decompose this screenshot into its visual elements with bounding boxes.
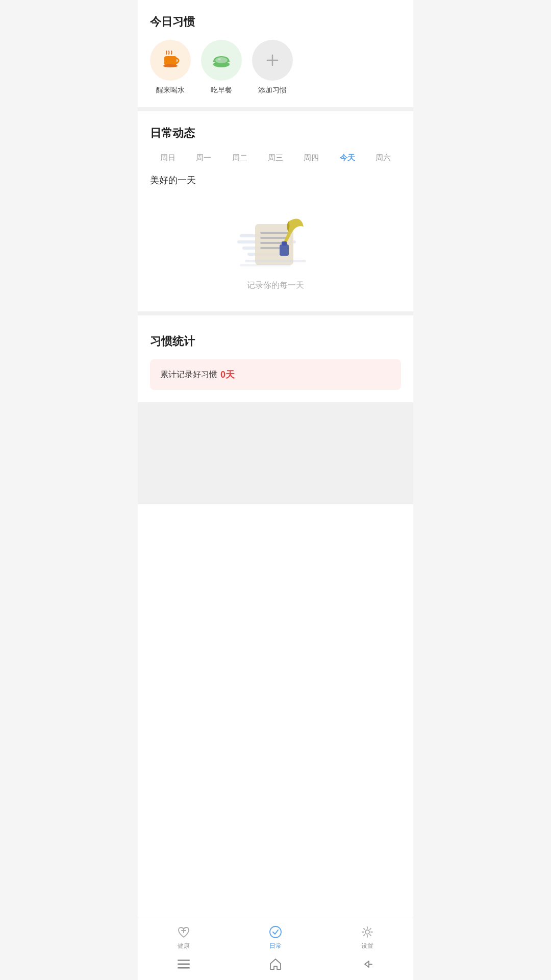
- system-menu-icon[interactable]: [176, 957, 191, 972]
- habit-add-label: 添加习惯: [258, 86, 287, 95]
- habit-breakfast-label: 吃早餐: [211, 86, 232, 95]
- bottom-nav: 健康 日常 设置: [138, 918, 413, 980]
- habits-section: 今日习惯: [138, 0, 413, 107]
- system-back-icon[interactable]: [360, 957, 375, 972]
- empty-text: 记录你的每一天: [247, 280, 304, 291]
- nav-daily[interactable]: 日常: [230, 924, 321, 950]
- svg-rect-21: [183, 928, 184, 933]
- svg-rect-19: [240, 264, 291, 266]
- system-home-icon[interactable]: [268, 957, 283, 972]
- svg-point-1: [163, 64, 178, 67]
- svg-rect-0: [164, 56, 177, 65]
- stats-card-value: 0天: [220, 369, 235, 381]
- empty-state: 记录你的每一天: [150, 199, 401, 311]
- nav-settings-label: 设置: [361, 942, 373, 950]
- svg-point-3: [215, 57, 228, 63]
- bottom-gray-area: [138, 402, 413, 504]
- svg-rect-18: [245, 260, 306, 262]
- empty-illustration: [235, 209, 316, 270]
- system-nav-bar: [138, 952, 413, 980]
- nav-daily-label: 日常: [269, 942, 282, 950]
- svg-rect-13: [260, 237, 288, 239]
- svg-rect-12: [260, 232, 288, 234]
- tab-today[interactable]: 今天: [329, 151, 365, 165]
- week-tabs: 周日 周一 周二 周三 周四 今天 周六: [150, 151, 401, 165]
- nav-health-label: 健康: [178, 942, 190, 950]
- habit-breakfast-icon: [201, 40, 242, 81]
- habit-breakfast[interactable]: 吃早餐: [201, 40, 242, 95]
- svg-rect-16: [280, 244, 289, 256]
- tab-thu[interactable]: 周四: [293, 151, 329, 165]
- stats-card: 累计记录好习惯 0天: [150, 359, 401, 390]
- tab-sun[interactable]: 周日: [150, 151, 186, 165]
- svg-rect-14: [260, 242, 283, 244]
- tab-wed[interactable]: 周三: [258, 151, 293, 165]
- bottom-nav-icons: 健康 日常 设置: [138, 918, 413, 952]
- nav-health[interactable]: 健康: [138, 924, 230, 950]
- stats-title: 习惯统计: [150, 334, 401, 349]
- nav-settings[interactable]: 设置: [321, 924, 413, 950]
- tab-sat[interactable]: 周六: [365, 151, 401, 165]
- divider-2: [138, 311, 413, 315]
- svg-point-22: [270, 926, 281, 938]
- habits-title: 今日习惯: [150, 14, 401, 30]
- svg-rect-24: [178, 960, 190, 961]
- habit-drink-water-icon: [150, 40, 191, 81]
- svg-rect-17: [282, 241, 287, 246]
- svg-point-4: [218, 58, 221, 60]
- divider-1: [138, 107, 413, 111]
- svg-rect-25: [178, 964, 190, 965]
- daily-day-label: 美好的一天: [150, 174, 401, 186]
- stats-section: 习惯统计 累计记录好习惯 0天: [138, 320, 413, 402]
- habits-row: 醒来喝水 吃早餐: [150, 40, 401, 95]
- habit-add-icon: [252, 40, 293, 81]
- tab-tue[interactable]: 周二: [222, 151, 258, 165]
- tab-mon[interactable]: 周一: [186, 151, 221, 165]
- stats-card-text: 累计记录好习惯: [160, 370, 217, 380]
- daily-section: 日常动态 周日 周一 周二 周三 周四 今天 周六 美好的一天: [138, 111, 413, 311]
- habit-drink-water-label: 醒来喝水: [156, 86, 185, 95]
- svg-point-23: [365, 930, 369, 934]
- health-icon: [176, 924, 191, 940]
- settings-icon: [360, 924, 375, 940]
- habit-add[interactable]: 添加习惯: [252, 40, 293, 95]
- daily-title: 日常动态: [150, 126, 401, 141]
- daily-nav-icon: [268, 924, 283, 940]
- habit-drink-water[interactable]: 醒来喝水: [150, 40, 191, 95]
- svg-rect-26: [178, 967, 190, 969]
